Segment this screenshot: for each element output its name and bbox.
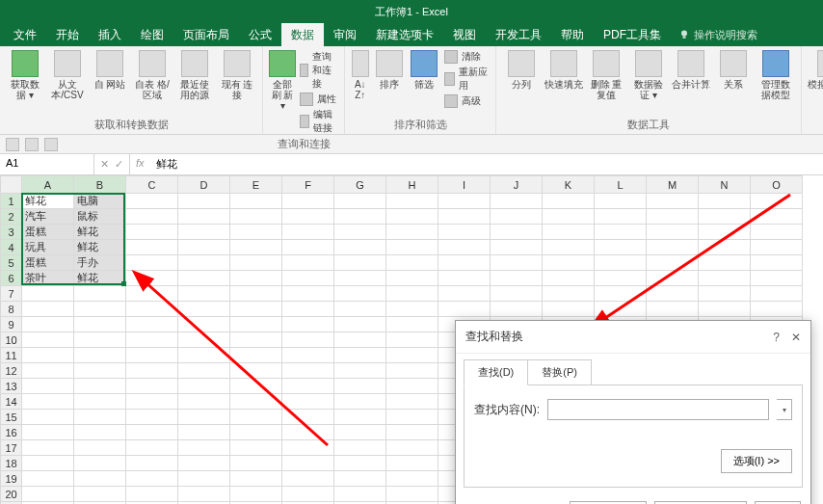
select-all-corner[interactable] — [1, 176, 22, 194]
cell-A18[interactable] — [22, 456, 74, 471]
cell-E15[interactable] — [230, 410, 282, 425]
find-what-dropdown[interactable]: ▾ — [777, 399, 792, 420]
sort-button[interactable]: 排序 — [374, 50, 406, 90]
cell-M7[interactable] — [647, 286, 699, 302]
tab-file[interactable]: 文件 — [4, 23, 46, 46]
enter-icon[interactable]: ✓ — [115, 158, 123, 171]
cell-D5[interactable] — [178, 255, 230, 271]
cell-D2[interactable] — [178, 209, 230, 225]
cell-B5[interactable]: 手办 — [74, 255, 126, 271]
cell-G1[interactable] — [334, 194, 386, 209]
text-to-columns-button[interactable]: 分列 — [502, 50, 541, 90]
cell-K2[interactable] — [543, 209, 595, 225]
cell-J3[interactable] — [491, 225, 543, 240]
cell-C17[interactable] — [126, 440, 178, 456]
cell-D13[interactable] — [178, 379, 230, 394]
properties-button[interactable]: 属性 — [300, 93, 338, 106]
cell-C16[interactable] — [126, 425, 178, 440]
cell-C18[interactable] — [126, 456, 178, 471]
cell-A2[interactable]: 汽车 — [22, 209, 74, 225]
cell-H7[interactable] — [386, 286, 438, 302]
cell-K1[interactable] — [543, 194, 595, 209]
cell-C4[interactable] — [126, 240, 178, 255]
cell-A15[interactable] — [22, 410, 74, 425]
row-header-12[interactable]: 12 — [1, 363, 22, 379]
tab-data[interactable]: 数据 — [281, 23, 324, 46]
fx-icon[interactable]: fx — [130, 154, 150, 174]
cell-L8[interactable] — [595, 302, 647, 317]
cell-C2[interactable] — [126, 209, 178, 225]
cell-F6[interactable] — [282, 271, 334, 286]
refresh-all-button[interactable]: 全部刷 新 ▾ — [269, 50, 296, 111]
cell-K6[interactable] — [543, 271, 595, 286]
cell-C3[interactable] — [126, 225, 178, 240]
cell-F3[interactable] — [282, 225, 334, 240]
cell-G19[interactable] — [334, 471, 386, 487]
cell-F5[interactable] — [282, 255, 334, 271]
qat-save-icon[interactable] — [6, 138, 19, 151]
cell-K7[interactable] — [543, 286, 595, 302]
cell-D3[interactable] — [178, 225, 230, 240]
cell-K4[interactable] — [543, 240, 595, 255]
cell-J2[interactable] — [491, 209, 543, 225]
cell-G3[interactable] — [334, 225, 386, 240]
cell-A14[interactable] — [22, 394, 74, 410]
data-validation-button[interactable]: 数据验 证 ▾ — [629, 50, 668, 100]
cell-E10[interactable] — [230, 332, 282, 348]
cell-M6[interactable] — [647, 271, 699, 286]
existing-connections-button[interactable]: 现有 连接 — [218, 50, 256, 100]
cell-D19[interactable] — [178, 471, 230, 487]
cell-C8[interactable] — [126, 302, 178, 317]
cell-H9[interactable] — [386, 317, 438, 332]
cell-B11[interactable] — [74, 348, 126, 363]
cell-E20[interactable] — [230, 487, 282, 502]
cell-G16[interactable] — [334, 425, 386, 440]
cell-H11[interactable] — [386, 348, 438, 363]
cell-H3[interactable] — [386, 225, 438, 240]
tab-help[interactable]: 帮助 — [551, 23, 594, 46]
cell-L6[interactable] — [595, 271, 647, 286]
cell-L2[interactable] — [595, 209, 647, 225]
cell-F2[interactable] — [282, 209, 334, 225]
cell-E1[interactable] — [230, 194, 282, 209]
cell-O3[interactable] — [751, 225, 803, 240]
cell-H19[interactable] — [386, 471, 438, 487]
cell-L7[interactable] — [595, 286, 647, 302]
cell-G5[interactable] — [334, 255, 386, 271]
cell-L1[interactable] — [595, 194, 647, 209]
col-header-O[interactable]: O — [751, 176, 803, 194]
cell-C11[interactable] — [126, 348, 178, 363]
cell-H14[interactable] — [386, 394, 438, 410]
cell-N4[interactable] — [699, 240, 751, 255]
cell-E12[interactable] — [230, 363, 282, 379]
cell-F11[interactable] — [282, 348, 334, 363]
cell-O8[interactable] — [751, 302, 803, 317]
cell-A12[interactable] — [22, 363, 74, 379]
cell-H20[interactable] — [386, 487, 438, 502]
cell-K5[interactable] — [543, 255, 595, 271]
cell-E11[interactable] — [230, 348, 282, 363]
flash-fill-button[interactable]: 快速填充 — [544, 50, 583, 90]
cell-O5[interactable] — [751, 255, 803, 271]
cell-D20[interactable] — [178, 487, 230, 502]
cell-C7[interactable] — [126, 286, 178, 302]
find-what-input[interactable] — [547, 399, 769, 420]
cell-B13[interactable] — [74, 379, 126, 394]
cell-A4[interactable]: 玩具 — [22, 240, 74, 255]
queries-connections-button[interactable]: 查询和连接 — [300, 50, 338, 91]
cell-M3[interactable] — [647, 225, 699, 240]
cell-F12[interactable] — [282, 363, 334, 379]
cell-B16[interactable] — [74, 425, 126, 440]
row-header-15[interactable]: 15 — [1, 410, 22, 425]
clear-filter-button[interactable]: 清除 — [444, 50, 490, 64]
cell-I8[interactable] — [438, 302, 491, 317]
cell-N3[interactable] — [699, 225, 751, 240]
cell-J5[interactable] — [491, 255, 543, 271]
cell-E18[interactable] — [230, 456, 282, 471]
cell-K8[interactable] — [543, 302, 595, 317]
cell-H10[interactable] — [386, 332, 438, 348]
name-box[interactable]: A1 — [0, 154, 94, 174]
cell-C12[interactable] — [126, 363, 178, 379]
cell-H17[interactable] — [386, 440, 438, 456]
cell-C6[interactable] — [126, 271, 178, 286]
